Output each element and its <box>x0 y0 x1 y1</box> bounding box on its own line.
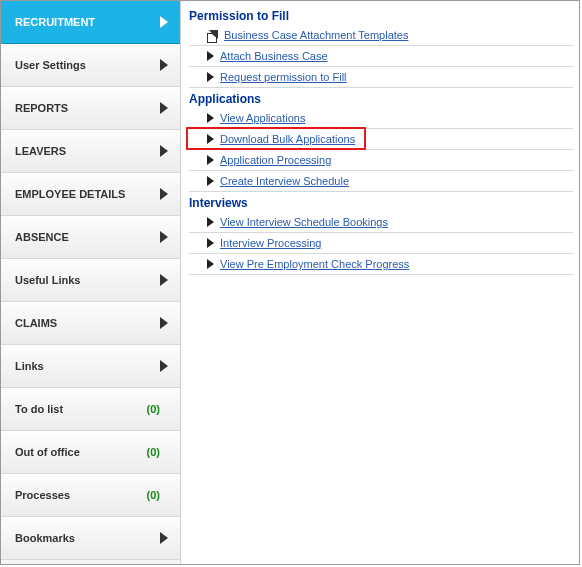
sidebar-item-bookmarks[interactable]: Bookmarks <box>1 517 180 560</box>
sidebar-item-label: EMPLOYEE DETAILS <box>15 188 160 200</box>
sidebar-item-count: (0) <box>147 489 160 501</box>
app-layout: RECRUITMENTUser SettingsREPORTSLEAVERSEM… <box>0 0 580 565</box>
chevron-right-icon <box>160 274 168 286</box>
link-row: View Interview Schedule Bookings <box>189 212 573 233</box>
link-row: Create Interview Schedule <box>189 171 573 192</box>
sidebar-item-employee-details[interactable]: EMPLOYEE DETAILS <box>1 173 180 216</box>
sidebar-item-to-do-list[interactable]: To do list(0) <box>1 388 180 431</box>
link-row: View Applications <box>189 108 573 129</box>
chevron-right-icon <box>160 188 168 200</box>
link-row: Business Case Attachment Templates <box>189 25 573 46</box>
chevron-right-icon <box>160 231 168 243</box>
sidebar-item-label: Out of office <box>15 446 147 458</box>
triangle-right-icon <box>207 51 214 61</box>
external-link-icon <box>207 30 218 41</box>
link-row: Interview Processing <box>189 233 573 254</box>
sidebar-item-label: ABSENCE <box>15 231 160 243</box>
nav-link[interactable]: Application Processing <box>220 154 331 166</box>
sidebar-item-out-of-office[interactable]: Out of office(0) <box>1 431 180 474</box>
sidebar-item-processes[interactable]: Processes(0) <box>1 474 180 517</box>
section-title: Permission to Fill <box>189 9 573 23</box>
sidebar-item-links[interactable]: Links <box>1 345 180 388</box>
chevron-right-icon <box>160 102 168 114</box>
sidebar-item-leavers[interactable]: LEAVERS <box>1 130 180 173</box>
section-title: Interviews <box>189 196 573 210</box>
triangle-right-icon <box>207 238 214 248</box>
nav-link[interactable]: View Applications <box>220 112 305 124</box>
triangle-right-icon <box>207 72 214 82</box>
chevron-right-icon <box>160 317 168 329</box>
sidebar-item-label: User Settings <box>15 59 160 71</box>
sidebar: RECRUITMENTUser SettingsREPORTSLEAVERSEM… <box>1 1 181 564</box>
sidebar-item-recruitment[interactable]: RECRUITMENT <box>1 1 180 44</box>
link-row: Request permission to Fill <box>189 67 573 88</box>
sidebar-item-claims[interactable]: CLAIMS <box>1 302 180 345</box>
sidebar-item-count: (0) <box>147 446 160 458</box>
content-panel: Permission to FillBusiness Case Attachme… <box>181 1 579 564</box>
link-row: Attach Business Case <box>189 46 573 67</box>
chevron-right-icon <box>160 360 168 372</box>
triangle-right-icon <box>207 259 214 269</box>
nav-link[interactable]: Download Bulk Applications <box>220 133 355 145</box>
nav-link[interactable]: Business Case Attachment Templates <box>224 29 408 41</box>
nav-link[interactable]: Request permission to Fill <box>220 71 347 83</box>
triangle-right-icon <box>207 217 214 227</box>
sidebar-item-label: RECRUITMENT <box>15 16 160 28</box>
triangle-right-icon <box>207 113 214 123</box>
sidebar-item-count: (0) <box>147 403 160 415</box>
triangle-right-icon <box>207 134 214 144</box>
sidebar-item-useful-links[interactable]: Useful Links <box>1 259 180 302</box>
nav-link[interactable]: Attach Business Case <box>220 50 328 62</box>
chevron-right-icon <box>160 59 168 71</box>
sidebar-item-label: To do list <box>15 403 147 415</box>
sidebar-item-absence[interactable]: ABSENCE <box>1 216 180 259</box>
triangle-right-icon <box>207 155 214 165</box>
sidebar-item-label: LEAVERS <box>15 145 160 157</box>
sidebar-item-label: Processes <box>15 489 147 501</box>
link-row: View Pre Employment Check Progress <box>189 254 573 275</box>
sidebar-item-reports[interactable]: REPORTS <box>1 87 180 130</box>
sidebar-item-label: REPORTS <box>15 102 160 114</box>
nav-link[interactable]: Interview Processing <box>220 237 322 249</box>
sidebar-item-user-settings[interactable]: User Settings <box>1 44 180 87</box>
sidebar-item-label: CLAIMS <box>15 317 160 329</box>
nav-link[interactable]: Create Interview Schedule <box>220 175 349 187</box>
section-title: Applications <box>189 92 573 106</box>
nav-link[interactable]: View Pre Employment Check Progress <box>220 258 409 270</box>
triangle-right-icon <box>207 176 214 186</box>
link-row: Download Bulk Applications <box>189 129 573 150</box>
sidebar-item-label: Useful Links <box>15 274 160 286</box>
link-row: Application Processing <box>189 150 573 171</box>
sidebar-item-label: Links <box>15 360 160 372</box>
nav-link[interactable]: View Interview Schedule Bookings <box>220 216 388 228</box>
chevron-right-icon <box>160 532 168 544</box>
chevron-right-icon <box>160 16 168 28</box>
chevron-right-icon <box>160 145 168 157</box>
sidebar-item-label: Bookmarks <box>15 532 160 544</box>
